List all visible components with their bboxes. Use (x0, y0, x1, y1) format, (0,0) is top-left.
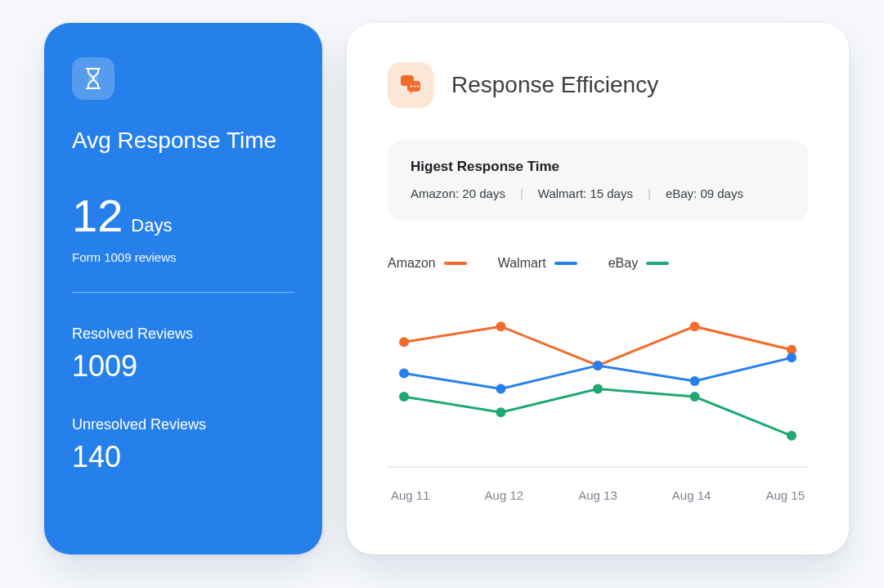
svg-point-19 (690, 392, 700, 402)
avg-response-time-title: Avg Response Time (72, 128, 294, 154)
x-tick: Aug 13 (578, 488, 617, 502)
line-chart (388, 287, 808, 483)
avg-response-time-card: Avg Response Time 12 Days Form 1009 revi… (44, 23, 322, 554)
legend-swatch-amazon (444, 262, 467, 265)
unresolved-reviews-value: 140 (72, 440, 294, 474)
svg-point-9 (690, 321, 700, 331)
legend-swatch-ebay (646, 262, 669, 265)
x-axis-labels: Aug 11 Aug 12 Aug 13 Aug 14 Aug 15 (388, 488, 808, 502)
svg-point-20 (787, 431, 796, 441)
chat-icon (388, 62, 433, 108)
resolved-reviews-value: 1009 (72, 349, 294, 384)
summary-walmart: Walmart: 15 days (538, 186, 633, 200)
svg-point-12 (496, 384, 506, 394)
svg-point-6 (399, 337, 409, 347)
legend-item-walmart: Walmart (498, 256, 577, 271)
svg-point-7 (496, 321, 506, 331)
highest-response-time-title: Higest Response Time (411, 159, 785, 175)
svg-point-18 (593, 384, 603, 394)
divider (72, 292, 294, 293)
summary-amazon: Amazon: 20 days (411, 186, 505, 200)
legend-item-amazon: Amazon (388, 256, 467, 271)
legend-label-amazon: Amazon (388, 256, 436, 271)
svg-point-14 (690, 376, 700, 386)
x-tick: Aug 15 (765, 488, 805, 502)
response-efficiency-card: Response Efficiency Higest Response Time… (347, 23, 849, 554)
svg-point-17 (496, 407, 506, 417)
svg-point-13 (593, 361, 603, 370)
unresolved-reviews-label: Unresolved Reviews (72, 416, 294, 433)
svg-point-11 (399, 368, 409, 378)
x-tick: Aug 11 (391, 488, 430, 502)
svg-point-15 (787, 352, 796, 362)
avg-days-number: 12 (72, 193, 123, 239)
avg-response-time-value: 12 Days (72, 193, 294, 239)
response-efficiency-title: Response Efficiency (451, 72, 658, 98)
chart-legend: Amazon Walmart eBay (388, 256, 808, 271)
highest-response-time-box: Higest Response Time Amazon: 20 days | W… (388, 141, 808, 220)
x-tick: Aug 14 (672, 488, 711, 502)
separator-icon: | (520, 186, 523, 200)
svg-point-2 (411, 85, 412, 87)
svg-point-16 (399, 392, 409, 402)
legend-item-ebay: eBay (608, 256, 669, 271)
legend-swatch-walmart (554, 262, 577, 265)
hourglass-icon (72, 57, 114, 100)
svg-point-4 (417, 85, 419, 87)
x-tick: Aug 12 (485, 488, 524, 502)
summary-ebay: eBay: 09 days (666, 186, 743, 200)
legend-label-walmart: Walmart (498, 256, 546, 271)
resolved-reviews-label: Resolved Reviews (72, 325, 294, 343)
avg-days-unit: Days (131, 215, 172, 236)
svg-point-3 (414, 85, 415, 87)
separator-icon: | (648, 186, 651, 200)
avg-response-subtext: Form 1009 reviews (72, 250, 294, 264)
legend-label-ebay: eBay (608, 256, 638, 271)
